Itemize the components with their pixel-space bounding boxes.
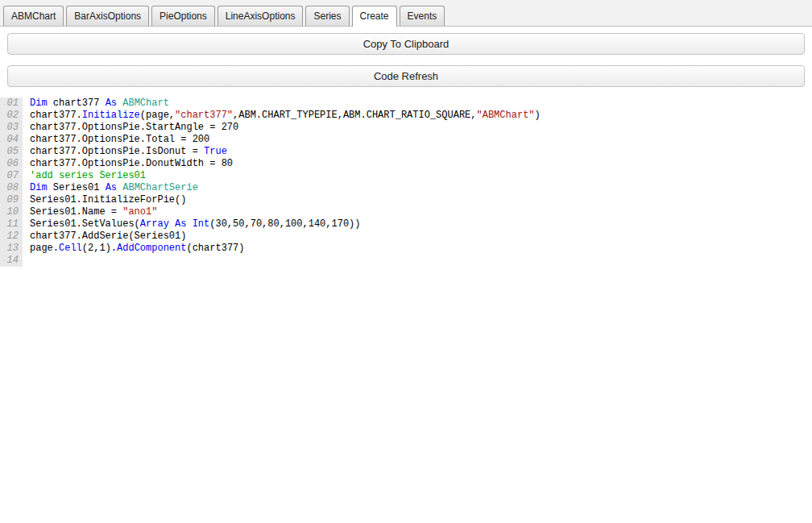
line-number: 09: [0, 194, 23, 206]
code-line: 12chart377.AddSerie(Series01): [0, 230, 812, 243]
line-number: 11: [0, 218, 23, 230]
code-line: 10Series01.Name = "ano1": [0, 206, 812, 218]
tab-bar: ABMChartBarAxisOptionsPieOptionsLineAxis…: [0, 0, 812, 27]
tab-abmchart[interactable]: ABMChart: [3, 6, 64, 26]
code-line: 11Series01.SetValues(Array As Int(30,50,…: [0, 218, 812, 230]
line-number: 14: [0, 255, 23, 267]
code-line: 05chart377.OptionsPie.IsDonut = True: [0, 146, 812, 158]
code-line-text: Dim chart377 As ABMChart: [23, 98, 169, 110]
code-line: 01Dim chart377 As ABMChart: [0, 98, 812, 110]
code-line-text: page.Cell(2,1).AddComponent(chart377): [23, 243, 244, 255]
code-line-text: chart377.OptionsPie.Total = 200: [23, 134, 209, 146]
line-number: 07: [0, 170, 23, 182]
line-number: 03: [0, 122, 23, 134]
code-line: 06chart377.OptionsPie.DonutWidth = 80: [0, 158, 812, 170]
line-number: 10: [0, 206, 23, 218]
code-line-text: Series01.Name = "ano1": [23, 206, 157, 218]
copy-to-clipboard-button[interactable]: Copy To Clipboard: [7, 33, 805, 55]
code-line-text: [23, 255, 30, 267]
code-line-text: Series01.SetValues(Array As Int(30,50,70…: [23, 218, 361, 230]
tab-lineaxisoptions[interactable]: LineAxisOptions: [218, 6, 304, 26]
code-line-text: chart377.Initialize(page,"chart377",ABM.…: [23, 110, 541, 122]
code-line: 04chart377.OptionsPie.Total = 200: [0, 134, 812, 146]
code-line: 13page.Cell(2,1).AddComponent(chart377): [0, 243, 812, 255]
code-line-text: Series01.InitializeForPie(): [23, 194, 186, 206]
line-number: 04: [0, 134, 23, 146]
line-number: 05: [0, 146, 23, 158]
code-line-text: chart377.OptionsPie.IsDonut = True: [23, 146, 227, 158]
line-number: 12: [0, 230, 23, 243]
line-number: 01: [0, 98, 23, 110]
line-number: 02: [0, 110, 23, 122]
line-number: 13: [0, 243, 23, 255]
code-line-text: Dim Series01 As ABMChartSerie: [23, 182, 198, 194]
code-line: 14: [0, 255, 812, 267]
tab-series[interactable]: Series: [305, 6, 349, 26]
code-line: 02chart377.Initialize(page,"chart377",AB…: [0, 110, 812, 122]
code-refresh-button[interactable]: Code Refresh: [7, 65, 805, 87]
code-line: 03chart377.OptionsPie.StartAngle = 270: [0, 122, 812, 134]
tab-create[interactable]: Create: [352, 6, 397, 27]
tab-pieoptions[interactable]: PieOptions: [151, 6, 215, 26]
code-line-text: chart377.AddSerie(Series01): [23, 230, 186, 243]
code-line-text: chart377.OptionsPie.DonutWidth = 80: [23, 158, 233, 170]
tab-baraxisoptions[interactable]: BarAxisOptions: [66, 6, 149, 26]
tab-events[interactable]: Events: [400, 6, 445, 26]
code-line: 09Series01.InitializeForPie(): [0, 194, 812, 206]
code-editor[interactable]: 01Dim chart377 As ABMChart02chart377.Ini…: [0, 98, 812, 267]
code-line-text: 'add series Series01: [23, 170, 146, 182]
code-line-text: chart377.OptionsPie.StartAngle = 270: [23, 122, 238, 134]
line-number: 06: [0, 158, 23, 170]
code-line: 08Dim Series01 As ABMChartSerie: [0, 182, 812, 194]
code-line: 07'add series Series01: [0, 170, 812, 182]
line-number: 08: [0, 182, 23, 194]
